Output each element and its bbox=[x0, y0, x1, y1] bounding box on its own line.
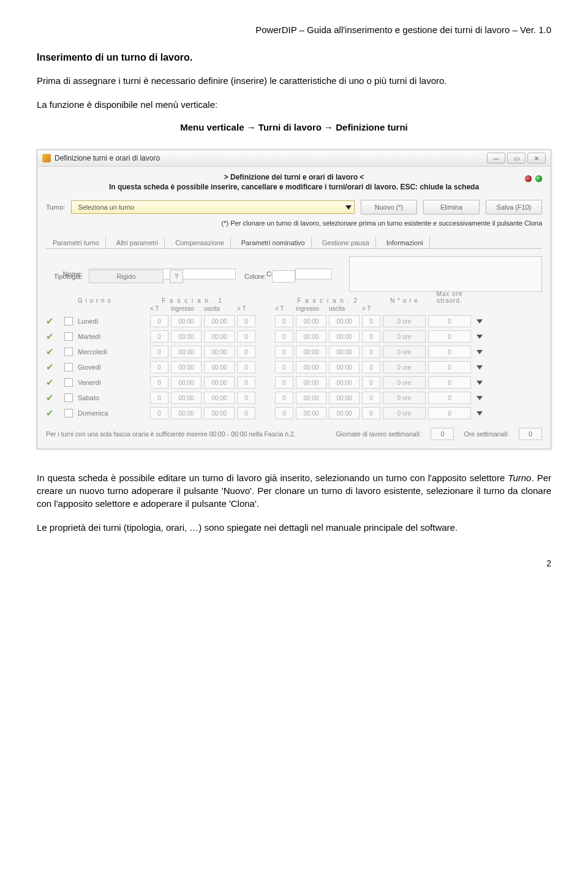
lt2-input[interactable]: 0 bbox=[275, 407, 293, 419]
ing1-input[interactable]: 00:00 bbox=[171, 376, 202, 389]
ing2-input[interactable]: 00:00 bbox=[296, 330, 326, 343]
usc2-input[interactable]: 00:00 bbox=[329, 407, 360, 419]
gt2-input[interactable]: 0 bbox=[362, 330, 380, 343]
ing2-input[interactable]: 00:00 bbox=[296, 346, 326, 358]
tab-gestione-pausa[interactable]: Gestione pausa bbox=[315, 236, 376, 249]
turno-dropdown[interactable]: Seleziona un turno bbox=[71, 200, 355, 214]
row-menu-button[interactable] bbox=[473, 319, 486, 324]
tipologia-select[interactable]: Rigido bbox=[89, 270, 164, 283]
gt2-input[interactable]: 0 bbox=[362, 376, 380, 389]
usc1-input[interactable]: 00:00 bbox=[204, 376, 235, 389]
codice-input[interactable] bbox=[295, 268, 332, 279]
gt1-input[interactable]: 0 bbox=[237, 361, 255, 373]
max-ore-input[interactable]: 0 bbox=[428, 330, 471, 343]
lt2-input[interactable]: 0 bbox=[275, 346, 293, 358]
nuovo-button[interactable]: Nuovo (*) bbox=[361, 200, 417, 215]
minimize-button[interactable]: — bbox=[487, 153, 505, 164]
usc1-input[interactable]: 00:00 bbox=[204, 392, 235, 404]
usc2-input[interactable]: 00:00 bbox=[329, 361, 360, 373]
gt1-input[interactable]: 0 bbox=[237, 346, 255, 358]
row-menu-button[interactable] bbox=[473, 411, 486, 416]
lt2-input[interactable]: 0 bbox=[275, 330, 293, 343]
usc2-input[interactable]: 00:00 bbox=[329, 376, 360, 389]
day-checkbox[interactable] bbox=[64, 332, 73, 341]
lt2-input[interactable]: 0 bbox=[275, 376, 293, 389]
gt1-input[interactable]: 0 bbox=[237, 376, 255, 389]
usc1-input[interactable]: 00:00 bbox=[204, 407, 235, 419]
lt1-input[interactable]: 0 bbox=[150, 330, 168, 343]
gt2-input[interactable]: 0 bbox=[362, 361, 380, 373]
lt1-input[interactable]: 0 bbox=[150, 361, 168, 373]
tab-parametri-turno[interactable]: Parametri turno bbox=[46, 236, 106, 249]
usc2-input[interactable]: 00:00 bbox=[329, 392, 360, 404]
close-button[interactable]: ✕ bbox=[527, 153, 546, 164]
usc1-input[interactable]: 00:00 bbox=[204, 361, 235, 373]
row-menu-button[interactable] bbox=[473, 350, 486, 354]
ing2-input[interactable]: 00:00 bbox=[296, 361, 326, 373]
p3-pre: In questa scheda è possibile editare un … bbox=[37, 473, 508, 483]
row-menu-button[interactable] bbox=[473, 396, 486, 400]
ing1-input[interactable]: 00:00 bbox=[171, 361, 202, 373]
gt1-input[interactable]: 0 bbox=[237, 392, 255, 404]
ing1-input[interactable]: 00:00 bbox=[171, 392, 202, 404]
ing2-input[interactable]: 00:00 bbox=[296, 407, 326, 419]
tab-informazioni[interactable]: Informazioni bbox=[380, 236, 430, 249]
footer-giornate-label: Giornate di lavoro settimanali: bbox=[336, 430, 421, 438]
usc2-input[interactable]: 00:00 bbox=[329, 346, 360, 358]
max-ore-input[interactable]: 0 bbox=[428, 407, 471, 419]
day-checkbox[interactable] bbox=[64, 409, 73, 417]
lt1-input[interactable]: 0 bbox=[150, 346, 168, 358]
lt1-input[interactable]: 0 bbox=[150, 315, 168, 327]
day-row: ✔Domenica000:0000:000000:0000:0000 ore0 bbox=[46, 407, 542, 419]
lt2-input[interactable]: 0 bbox=[275, 361, 293, 373]
tipologia-help-button[interactable]: ? bbox=[170, 270, 183, 283]
lt2-input[interactable]: 0 bbox=[275, 392, 293, 404]
tab-altri-parametri[interactable]: Altri parametri bbox=[110, 236, 165, 249]
lt2-input[interactable]: 0 bbox=[275, 315, 293, 327]
tab-parametri-nominativo[interactable]: Parametri nominativo bbox=[235, 236, 312, 249]
usc1-input[interactable]: 00:00 bbox=[204, 330, 235, 343]
ing1-input[interactable]: 00:00 bbox=[171, 330, 202, 343]
gt1-input[interactable]: 0 bbox=[237, 330, 255, 343]
maximize-button[interactable]: ▭ bbox=[507, 153, 526, 164]
usc1-input[interactable]: 00:00 bbox=[204, 315, 235, 327]
day-checkbox[interactable] bbox=[64, 348, 73, 356]
day-checkbox[interactable] bbox=[64, 363, 73, 371]
gt2-input[interactable]: 0 bbox=[362, 315, 380, 327]
ing1-input[interactable]: 00:00 bbox=[171, 346, 202, 358]
window-body: > Definizione dei turni e orari di lavor… bbox=[37, 167, 551, 449]
lt1-input[interactable]: 0 bbox=[150, 407, 168, 419]
max-ore-input[interactable]: 0 bbox=[428, 315, 471, 327]
gt2-input[interactable]: 0 bbox=[362, 346, 380, 358]
paragraph-4: Le proprietà dei turni (tipologia, orari… bbox=[37, 521, 551, 534]
day-checkbox[interactable] bbox=[64, 378, 73, 387]
usc2-input[interactable]: 00:00 bbox=[329, 330, 360, 343]
ing2-input[interactable]: 00:00 bbox=[296, 392, 326, 404]
tab-compensazione[interactable]: Compensazione bbox=[168, 236, 231, 249]
lt1-input[interactable]: 0 bbox=[150, 376, 168, 389]
usc2-input[interactable]: 00:00 bbox=[329, 315, 360, 327]
lt1-input[interactable]: 0 bbox=[150, 392, 168, 404]
day-checkbox[interactable] bbox=[64, 317, 73, 325]
max-ore-input[interactable]: 0 bbox=[428, 392, 471, 404]
colore-picker[interactable] bbox=[272, 270, 295, 283]
elimina-button[interactable]: Elimina bbox=[423, 200, 480, 215]
ing2-input[interactable]: 00:00 bbox=[296, 315, 326, 327]
row-menu-button[interactable] bbox=[473, 381, 486, 385]
gt2-input[interactable]: 0 bbox=[362, 392, 380, 404]
max-ore-input[interactable]: 0 bbox=[428, 376, 471, 389]
salva-button[interactable]: Salva (F10) bbox=[486, 200, 542, 215]
ing1-input[interactable]: 00:00 bbox=[171, 407, 202, 419]
gt2-input[interactable]: 0 bbox=[362, 407, 380, 419]
ing2-input[interactable]: 00:00 bbox=[296, 376, 326, 389]
max-ore-input[interactable]: 0 bbox=[428, 361, 471, 373]
row-menu-button[interactable] bbox=[473, 365, 486, 370]
usc1-input[interactable]: 00:00 bbox=[204, 346, 235, 358]
row-menu-button[interactable] bbox=[473, 335, 486, 339]
turno-placeholder: Seleziona un turno bbox=[78, 203, 134, 211]
day-checkbox[interactable] bbox=[64, 393, 73, 402]
max-ore-input[interactable]: 0 bbox=[428, 346, 471, 358]
ing1-input[interactable]: 00:00 bbox=[171, 315, 202, 327]
gt1-input[interactable]: 0 bbox=[237, 315, 255, 327]
gt1-input[interactable]: 0 bbox=[237, 407, 255, 419]
